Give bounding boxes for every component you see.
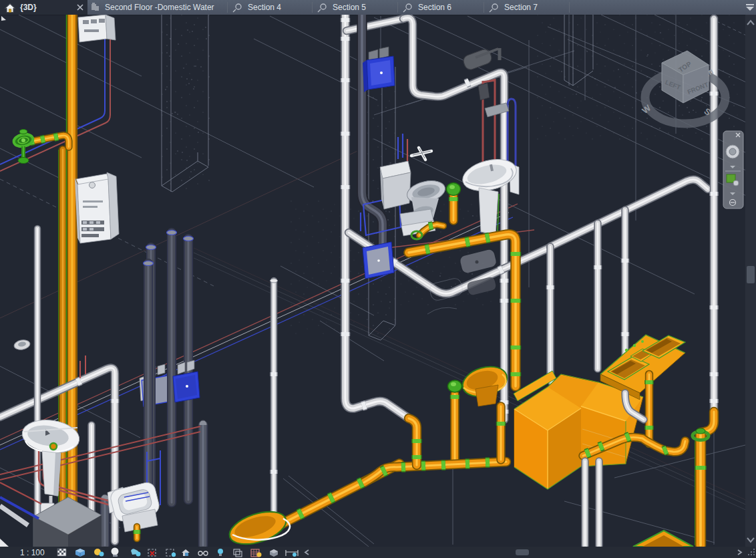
svg-text:1 : 100: 1 : 100 <box>20 548 45 557</box>
